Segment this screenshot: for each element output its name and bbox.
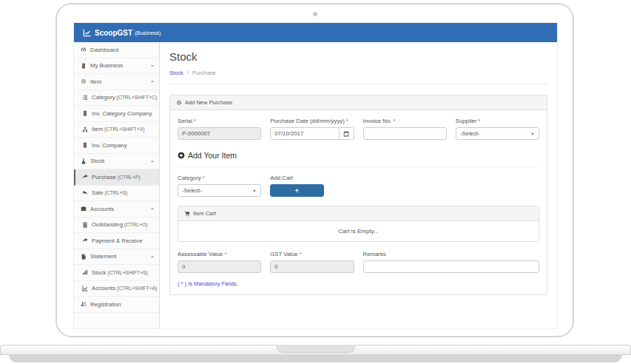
file-icon (79, 254, 87, 260)
assessable-value-input (178, 260, 261, 273)
line-chart-icon (81, 286, 89, 291)
breadcrumb-current: Purchase (192, 70, 216, 76)
add-cart-button[interactable] (270, 184, 323, 197)
calendar-icon[interactable] (340, 127, 354, 140)
caret-down-icon (252, 189, 257, 193)
sidebar-item-label: Accounts (90, 206, 114, 212)
sidebar-item-dashboard[interactable]: Dashboard (74, 42, 159, 58)
purchase-date-input[interactable] (270, 127, 339, 140)
sidebar-item-label: Category (92, 94, 115, 101)
sidebar-item-sale[interactable]: Sale (CTRL+S) (74, 186, 159, 202)
sidebar-item-label: Stock (92, 269, 107, 276)
share-icon (81, 237, 89, 243)
add-your-item-heading: Add Your Item (178, 151, 539, 167)
sidebar-item-item[interactable]: Item (74, 74, 159, 90)
assessable-value-label: Assessable Value* (178, 251, 261, 257)
app-header: ScoopGST (Business) (74, 23, 557, 42)
sidebar-item-purchase[interactable]: Purchase (CTRL+P) (74, 169, 159, 186)
sidebar-item-payment-receive[interactable]: Payment & Receive (74, 233, 159, 249)
gear-icon (176, 100, 182, 106)
line-chart-icon (83, 29, 91, 37)
calculator-icon (81, 222, 89, 228)
chevron-down-icon (150, 64, 155, 68)
supplier-field-group: Supplier* -Select- (456, 118, 539, 140)
required-marker: * (300, 251, 302, 257)
gst-value-input (270, 260, 354, 273)
category-select-value: -Select- (182, 187, 202, 194)
building-icon (79, 63, 87, 69)
sidebar-item-category[interactable]: Category (CTRL+SHIFT+C) (74, 90, 159, 107)
app-window: ScoopGST (Business) DashboardMy Business… (74, 23, 557, 328)
caret-down-icon (530, 132, 535, 136)
sidebar-item-statement[interactable]: Statement (74, 249, 159, 266)
serial-label: Serial* (178, 118, 261, 124)
add-cart-label: Add Cart (270, 175, 354, 181)
required-marker: * (224, 251, 226, 257)
laptop-base-notch (277, 345, 355, 353)
sidebar-item-label: Outstanding (92, 221, 123, 228)
sidebar-item-shortcut: (CTRL+P) (116, 175, 141, 180)
breadcrumb-separator: / (187, 70, 189, 76)
sidebar-item-label: Item (90, 78, 101, 85)
breadcrumb-link-stock[interactable]: Stock (169, 70, 183, 76)
sidebar-item-inv-company[interactable]: Inv. Company (74, 138, 159, 154)
gear-icon (79, 78, 87, 84)
add-new-purchase-panel: Add New Purchase Serial* Purchase Date (… (169, 95, 547, 295)
plus-icon (294, 188, 300, 193)
sidebar-item-stock-statement[interactable]: Stock (CTRL+SHIFT+S) (74, 265, 159, 281)
cart-empty-message: Cart Is Empty... (178, 221, 539, 241)
item-cart-title: Item Cart (193, 210, 216, 217)
reply-icon (81, 190, 89, 196)
remarks-field-group: Remarks (363, 251, 540, 273)
sidebar: DashboardMy BusinessItemCategory (CTRL+S… (74, 42, 160, 328)
required-marker: * (346, 118, 348, 124)
sidebar-item-accounts[interactable]: Accounts (74, 201, 159, 218)
required-marker: * (194, 118, 196, 124)
sidebar-item-registration[interactable]: Registration (74, 297, 159, 313)
supplier-select[interactable]: -Select- (456, 127, 539, 140)
mandatory-fields-note: ( * ) Is Mandatory Fields. (178, 280, 539, 287)
add-cart-group: Add Cart (270, 175, 354, 197)
item-cart-panel: Item Cart Cart Is Empty... (178, 206, 539, 242)
category-field-group: Category* -Select- (178, 175, 261, 197)
sidebar-item-label: Inv. Category Company (92, 110, 152, 117)
brand-name: ScoopGST (95, 29, 132, 37)
plus-circle-icon (178, 152, 185, 159)
required-marker: * (203, 175, 205, 181)
panel-title: Add New Purchase (185, 99, 232, 106)
building-icon (81, 110, 89, 116)
webcam-dot (313, 12, 317, 16)
sidebar-item-item-entry[interactable]: Item (CTRL+SHIFT+V) (74, 122, 159, 138)
sidebar-item-label: Registration (90, 301, 121, 308)
sidebar-item-label: Item (92, 126, 103, 132)
invoice-no-field-group: Invoice No.* (363, 118, 447, 140)
sitemap-icon (81, 127, 89, 132)
sidebar-item-accounts-statement[interactable]: Accounts (CTRL+SHIFT+A) (74, 281, 159, 297)
sidebar-item-stock[interactable]: Stock (74, 154, 159, 170)
sidebar-item-label: Purchase (92, 174, 116, 181)
sidebar-item-shortcut: (CTRL+SHIFT+S) (107, 270, 148, 275)
gst-value-label: GST Value* (270, 251, 354, 257)
dashboard-icon (79, 47, 87, 53)
category-label: Category* (178, 175, 261, 181)
list-icon (81, 95, 89, 101)
sidebar-item-outstanding[interactable]: Outstanding (CTRL+O) (74, 218, 159, 234)
flask-icon (79, 158, 87, 164)
sidebar-item-inv-category-company[interactable]: Inv. Category Company (74, 106, 159, 122)
chevron-up-icon (150, 79, 155, 84)
purchase-date-label: Purchase Date (dd/mm/yyyy)* (270, 118, 354, 124)
sidebar-item-shortcut: (CTRL+O) (123, 222, 147, 227)
breadcrumb: Stock / Purchase (169, 70, 547, 84)
bar-chart-icon (81, 269, 89, 275)
invoice-no-label: Invoice No.* (363, 118, 447, 124)
sidebar-item-shortcut: (CTRL+SHIFT+V) (103, 127, 144, 132)
serial-field-group: Serial* (178, 118, 261, 140)
sidebar-item-label: Stock (90, 158, 105, 164)
building-icon (81, 142, 89, 148)
panel-heading: Add New Purchase (170, 95, 547, 110)
required-marker: * (394, 118, 396, 124)
sidebar-item-my-business[interactable]: My Business (74, 58, 159, 75)
invoice-no-input[interactable] (363, 127, 447, 140)
category-select[interactable]: -Select- (178, 184, 261, 197)
remarks-input[interactable] (363, 260, 540, 273)
